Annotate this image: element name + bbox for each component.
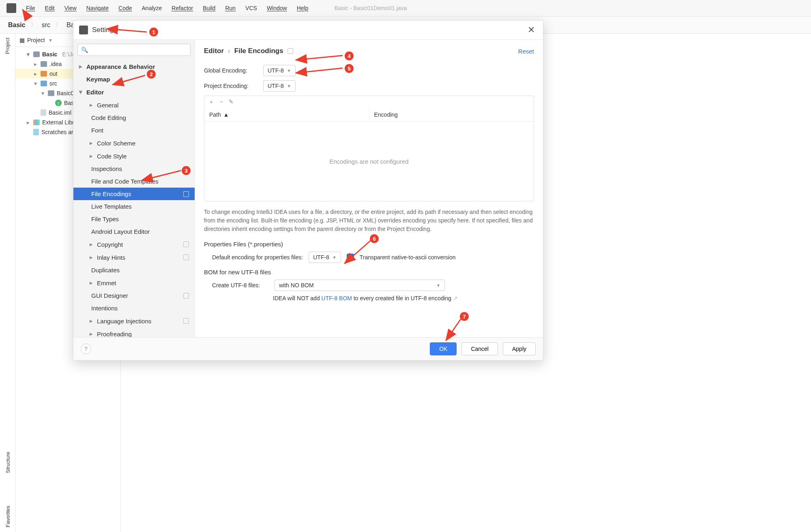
utf8-bom-link[interactable]: UTF-8 BOM — [322, 295, 352, 301]
marker-5: 5 — [345, 64, 354, 73]
nav-language-injections[interactable]: ▸Language Injections — [73, 314, 195, 327]
tool-tab-structure[interactable]: Structure — [5, 452, 11, 473]
nav-editor[interactable]: ▾Editor — [73, 85, 195, 98]
crumb-file-encodings: File Encodings — [234, 47, 283, 55]
chevron-down-icon: ▼ — [287, 68, 291, 73]
encodings-table: Path▲ Encoding Encodings are not configu… — [204, 108, 534, 201]
nav-copyright[interactable]: ▸Copyright — [73, 238, 195, 251]
menu-file[interactable]: File — [26, 5, 35, 11]
col-encoding[interactable]: Encoding — [369, 108, 534, 121]
close-button[interactable]: ✕ — [525, 25, 537, 35]
nav-file-types[interactable]: File Types — [73, 213, 195, 225]
tool-tab-favorites[interactable]: Favorites — [5, 506, 11, 527]
nav-duplicates[interactable]: Duplicates — [73, 264, 195, 276]
nav-file-encodings[interactable]: File Encodings — [73, 188, 195, 200]
marker-3: 3 — [182, 166, 191, 175]
project-scope-icon — [183, 241, 189, 247]
menu-analyze[interactable]: Analyze — [142, 5, 162, 11]
cancel-button[interactable]: Cancel — [461, 342, 498, 355]
nav-keymap[interactable]: Keymap — [73, 73, 195, 85]
marker-6: 6 — [370, 234, 379, 243]
apply-button[interactable]: Apply — [503, 342, 536, 355]
properties-section-title: Properties Files (*.properties) — [204, 241, 534, 248]
settings-dialog: Settings ✕ 🔍 ▸Appearance & Behavior Keym… — [73, 20, 543, 361]
breadcrumb-part[interactable]: src — [42, 21, 50, 29]
dialog-title: Settings — [92, 26, 117, 34]
nav-android-layout[interactable]: Android Layout Editor — [73, 225, 195, 238]
tool-tab-project[interactable]: Project — [4, 38, 11, 54]
breadcrumb-separator-icon: 〉 — [55, 21, 62, 29]
scratch-icon — [33, 129, 39, 135]
nav-appearance[interactable]: ▸Appearance & Behavior — [73, 60, 195, 73]
crumb-editor[interactable]: Editor — [204, 47, 224, 55]
nav-live-templates[interactable]: Live Templates — [73, 200, 195, 213]
native-ascii-checkbox[interactable]: ✓ — [347, 254, 354, 261]
marker-1: 1 — [149, 28, 158, 36]
table-placeholder: Encodings are not configured — [204, 122, 534, 201]
marker-4: 4 — [345, 51, 354, 60]
dialog-footer: ? OK Cancel Apply — [73, 337, 543, 360]
external-link-icon: ↗ — [453, 295, 458, 301]
search-icon: 🔍 — [81, 47, 88, 53]
col-path[interactable]: Path▲ — [204, 108, 369, 121]
nav-emmet[interactable]: ▸Emmet — [73, 276, 195, 289]
reset-button[interactable]: Reset — [518, 48, 534, 55]
menu-edit[interactable]: Edit — [45, 5, 55, 11]
project-encoding-combo[interactable]: UTF-8▼ — [263, 80, 296, 92]
project-scope-icon — [183, 254, 189, 260]
bom-label: Create UTF-8 files: — [212, 282, 269, 288]
nav-code-style[interactable]: ▸Code Style — [73, 150, 195, 162]
menubar: File Edit View Navigate Code Analyze Ref… — [0, 0, 811, 17]
project-header-icon: ▦ — [19, 37, 25, 43]
menu-window[interactable]: Window — [267, 5, 287, 11]
settings-nav: 🔍 ▸Appearance & Behavior Keymap ▾Editor … — [73, 40, 195, 337]
nav-inspections[interactable]: Inspections — [73, 162, 195, 175]
nav-general[interactable]: ▸General — [73, 98, 195, 111]
menu-build[interactable]: Build — [203, 5, 215, 11]
dialog-titlebar: Settings ✕ — [73, 21, 543, 40]
app-icon — [6, 3, 16, 13]
chevron-down-icon: ▼ — [436, 283, 440, 288]
menu-view[interactable]: View — [64, 5, 77, 11]
ok-button[interactable]: OK — [430, 342, 457, 355]
nav-code-editing[interactable]: Code Editing — [73, 111, 195, 124]
native-ascii-label: Transparent native-to-ascii conversion — [360, 254, 456, 261]
menu-help[interactable]: Help — [297, 5, 309, 11]
menu-code[interactable]: Code — [118, 5, 132, 11]
bom-hint: IDEA will NOT add UTF-8 BOM to every cre… — [273, 295, 534, 301]
bom-section-title: BOM for new UTF-8 files — [204, 269, 534, 276]
encoding-hint-text: To change encoding IntelliJ IDEA uses fo… — [204, 208, 534, 233]
nav-proofreading[interactable]: ▸Proofreading — [73, 327, 195, 337]
breadcrumb-part[interactable]: Basic — [8, 21, 26, 29]
bom-combo[interactable]: with NO BOM▼ — [275, 280, 445, 291]
chevron-down-icon: ▼ — [287, 84, 291, 88]
breadcrumb-separator-icon: 〉 — [30, 21, 37, 29]
chevron-down-icon[interactable]: ▾ — [49, 37, 52, 43]
global-encoding-combo[interactable]: UTF-8▼ — [263, 65, 296, 76]
add-button[interactable]: ＋ — [208, 98, 214, 106]
help-button[interactable]: ? — [81, 344, 91, 354]
nav-intentions[interactable]: Intentions — [73, 302, 195, 314]
edit-button[interactable]: ✎ — [229, 98, 234, 106]
project-encoding-label: Project Encoding: — [204, 83, 257, 89]
settings-breadcrumb: Editor › File Encodings Reset — [195, 40, 543, 60]
library-icon — [33, 120, 40, 125]
nav-gui-designer[interactable]: GUI Designer — [73, 289, 195, 302]
menu-run[interactable]: Run — [225, 5, 236, 11]
class-icon: c — [55, 100, 62, 106]
menu-navigate[interactable]: Navigate — [86, 5, 109, 11]
nav-file-templates[interactable]: File and Code Templates — [73, 175, 195, 188]
settings-search-input[interactable]: 🔍 — [77, 44, 191, 56]
table-toolbar: ＋ − ✎ — [204, 96, 534, 108]
project-scope-icon — [183, 318, 189, 324]
props-encoding-combo[interactable]: UTF-8▼ — [309, 252, 341, 263]
nav-inlay-hints[interactable]: ▸Inlay Hints — [73, 251, 195, 264]
nav-font[interactable]: Font — [73, 124, 195, 137]
remove-button[interactable]: − — [220, 98, 223, 106]
nav-color-scheme[interactable]: ▸Color Scheme — [73, 137, 195, 150]
project-scope-icon — [287, 48, 293, 54]
menu-refactor[interactable]: Refactor — [172, 5, 193, 11]
sort-asc-icon: ▲ — [223, 111, 229, 118]
marker-7: 7 — [460, 312, 469, 321]
menu-vcs[interactable]: VCS — [245, 5, 257, 11]
